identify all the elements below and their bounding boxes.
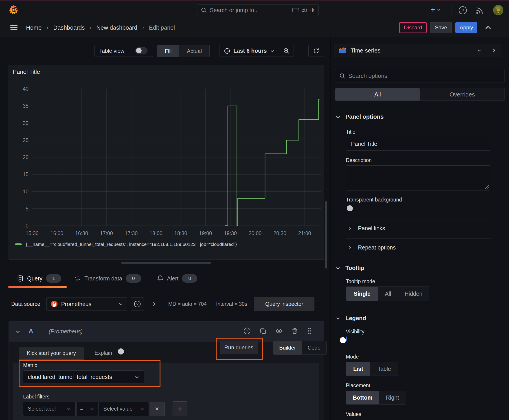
tooltip-header[interactable]: Tooltip [335, 264, 365, 271]
query-row-header[interactable]: A (Prometheus) ? [9, 322, 324, 342]
grafana-logo-icon[interactable] [8, 4, 19, 16]
duplicate-query-icon[interactable] [260, 328, 266, 334]
breadcrumb-separator: › [142, 24, 144, 31]
apply-button[interactable]: Apply [455, 22, 477, 33]
builder-option[interactable]: Builder [273, 341, 302, 354]
panel-links-section[interactable]: Panel links [348, 225, 385, 232]
section-divider [331, 259, 509, 259]
time-series-chart[interactable]: 051015202530354015:3016:0016:3017:0017:3… [10, 79, 323, 241]
legend-placement-bottom[interactable]: Bottom [346, 391, 379, 404]
panel-title[interactable]: Panel Title [13, 68, 40, 75]
code-option[interactable]: Code [302, 341, 326, 354]
panel-options-header[interactable]: Panel options [335, 113, 384, 120]
all-overrides-tabs: All Overrides [335, 88, 505, 101]
svg-text:?: ? [246, 329, 248, 333]
user-avatar[interactable] [493, 5, 504, 16]
actual-option[interactable]: Actual [179, 45, 210, 57]
toggle-visibility-eye-icon[interactable] [275, 328, 282, 334]
remove-filter-button[interactable]: × [150, 402, 165, 416]
legend-series-label[interactable]: {__name__="cloudflared_tunnel_total_requ… [26, 242, 237, 247]
collapse-pane-button[interactable] [487, 44, 501, 57]
legend-visibility-toggle[interactable] [346, 337, 347, 341]
zoom-out-button[interactable] [279, 45, 294, 57]
help-icon[interactable]: ? [458, 6, 467, 15]
operator-dropdown[interactable]: = [76, 402, 98, 416]
tooltip-mode-all[interactable]: All [378, 287, 398, 301]
explain-toggle[interactable] [117, 348, 117, 352]
textarea-resize-handle[interactable] [485, 185, 489, 189]
run-queries-button[interactable]: Run queries [220, 341, 258, 354]
collapse-query-chevron-icon[interactable] [15, 329, 20, 334]
legend-mode-list[interactable]: List [346, 362, 370, 375]
chevron-down-icon [90, 407, 94, 411]
search-options-input[interactable]: Search options [335, 69, 505, 83]
breadcrumb-new-dashboard[interactable]: New dashboard [97, 24, 137, 31]
tooltip-mode-single[interactable]: Single [346, 287, 378, 301]
transparent-background-toggle[interactable] [346, 205, 346, 209]
news-rss-icon[interactable] [475, 6, 484, 15]
kick-start-query-button[interactable]: Kick start your query [19, 347, 84, 360]
tab-all[interactable]: All [335, 88, 420, 100]
tooltip-mode-hidden[interactable]: Hidden [398, 287, 429, 301]
select-value-dropdown[interactable]: Select value [99, 402, 149, 416]
tab-transform-label: Transform data [84, 275, 122, 282]
select-label-dropdown[interactable]: Select label [23, 402, 76, 416]
select-label-placeholder: Select label [28, 406, 56, 412]
query-inspector-button[interactable]: Query inspector [254, 297, 314, 311]
resize-drag-handle[interactable] [121, 262, 211, 264]
breadcrumb-dashboards[interactable]: Dashboards [53, 24, 85, 31]
svg-text:19:30: 19:30 [224, 230, 237, 236]
legend-swatch[interactable] [15, 243, 22, 245]
drag-handle-grip-icon[interactable] [307, 328, 312, 334]
chevron-down-icon [437, 8, 441, 12]
tab-alert[interactable]: Alert 0 [157, 274, 197, 283]
collapse-header-icon[interactable] [485, 24, 492, 31]
fill-option[interactable]: Fill [157, 45, 179, 57]
tab-query[interactable]: Query 1 [17, 274, 61, 283]
actions-divider [481, 23, 481, 32]
new-menu-button[interactable]: + [430, 5, 441, 14]
datasource-row: Data source Prometheus ? MD = auto = 704… [11, 294, 314, 314]
chevron-down-icon [335, 114, 341, 119]
topbar-divider [452, 6, 452, 15]
svg-text:20: 20 [23, 154, 29, 160]
add-filter-button[interactable]: + [173, 401, 187, 416]
search-icon [201, 7, 207, 13]
query-help-icon[interactable]: ? [243, 327, 251, 335]
datasource-value: Prometheus [61, 301, 91, 307]
query-ref-id[interactable]: A [29, 327, 33, 335]
legend-placement-right[interactable]: Right [379, 391, 406, 404]
divider [346, 239, 491, 239]
breadcrumb-home[interactable]: Home [26, 24, 42, 31]
tab-transform-data[interactable]: Transform data 0 [74, 274, 141, 283]
refresh-button[interactable] [308, 45, 324, 57]
description-textarea[interactable] [346, 165, 490, 190]
menu-hamburger-icon[interactable] [10, 24, 18, 31]
time-range-picker[interactable]: Last 6 hours [220, 45, 279, 57]
label-filters-label: Label filters [23, 394, 50, 400]
datasource-help-button[interactable]: ? [131, 297, 144, 311]
global-search-box[interactable]: Search or jump to... ctrl+k [197, 4, 319, 16]
discard-button[interactable]: Discard [399, 22, 427, 33]
legend-mode-table[interactable]: Table [370, 362, 398, 375]
expand-options-chevron-icon[interactable] [152, 301, 156, 307]
chevron-down-icon [140, 407, 144, 411]
visualization-picker[interactable]: Time series [334, 44, 501, 57]
svg-text:20:30: 20:30 [273, 230, 286, 236]
vertical-scrollbar[interactable] [325, 201, 327, 269]
repeat-options-section[interactable]: Repeat options [348, 244, 396, 251]
chevron-down-icon [135, 375, 139, 379]
zoom-out-icon [283, 48, 289, 54]
top-nav-bar: Search or jump to... ctrl+k + ? [0, 1, 509, 18]
datasource-picker[interactable]: Prometheus [46, 297, 127, 311]
delete-query-trash-icon[interactable] [291, 328, 298, 334]
legend-header[interactable]: Legend [335, 315, 366, 322]
tab-overrides[interactable]: Overrides [420, 88, 504, 100]
table-view-toggle[interactable] [135, 47, 147, 54]
table-view-control: Table view [94, 45, 153, 57]
svg-text:19:00: 19:00 [199, 230, 212, 236]
panel-title-input[interactable] [346, 137, 490, 150]
save-button[interactable]: Save [430, 22, 452, 33]
metric-select[interactable]: cloudflared_tunnel_total_requests [23, 370, 144, 383]
explain-label: Explain [94, 350, 112, 356]
